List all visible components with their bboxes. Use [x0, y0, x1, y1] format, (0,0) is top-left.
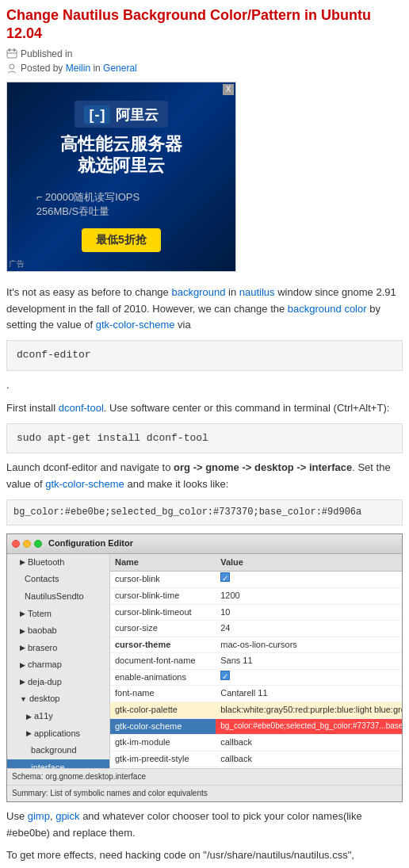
author-link[interactable]: Meilin: [66, 63, 90, 74]
code-block-apt: sudo apt-get install dconf-tool: [6, 423, 403, 454]
sidebar-item-a11y[interactable]: ▶a11y: [7, 708, 109, 725]
sidebar-item-baobab[interactable]: ▶baobab: [7, 622, 109, 640]
install-paragraph: First install dconf-tool. Use software c…: [6, 400, 403, 417]
posted-label: Posted by: [21, 63, 63, 74]
row-name: cursor-theme: [110, 637, 216, 653]
row-value: [216, 572, 402, 588]
dot-paragraph: .: [6, 377, 403, 394]
sidebar-item-nautilussendto[interactable]: NautilusSendto: [7, 588, 109, 606]
triangle-icon: ▶: [20, 625, 25, 637]
row-name: gtk-color-palette: [110, 702, 216, 719]
sidebar-item-contacts[interactable]: Contacts: [7, 571, 109, 588]
ad-cta-button[interactable]: 最低5折抢: [82, 228, 161, 252]
sidebar-item-brasero[interactable]: ▶brasero: [7, 640, 109, 657]
row-value: callback: [216, 735, 402, 751]
sidebar-item-bluetooth[interactable]: ▶Bluetooth: [7, 554, 109, 572]
svg-rect-1: [9, 48, 10, 52]
maximize-traffic-light[interactable]: [34, 540, 42, 548]
para4: Use gimp, gpick and whatever color choos…: [6, 809, 403, 842]
close-traffic-light[interactable]: [12, 540, 20, 548]
row-name: gtk-im-preedit-style: [110, 751, 216, 767]
table-row[interactable]: cursor-size 24: [110, 621, 402, 637]
table-row[interactable]: cursor-blink-timeout 10: [110, 604, 402, 621]
table-row[interactable]: gtk-im-module callback: [110, 735, 402, 751]
row-value: callback: [216, 767, 402, 768]
ad-label: 广告: [9, 258, 25, 270]
advertisement: X [-] 阿里云 高性能云服务器 就选阿里云 ⌐ 20000随机读写IOPS …: [6, 82, 236, 272]
config-editor-title: Configuration Editor: [48, 537, 133, 551]
row-value: [216, 669, 402, 686]
table-row[interactable]: cursor-theme mac-os-lion-cursors: [110, 637, 402, 653]
row-value: 1200: [216, 587, 402, 604]
table-row-highlighted[interactable]: gtk-color-palette black:white:gray50:red…: [110, 702, 402, 719]
checkbox-icon: [220, 671, 230, 680]
config-statusbar-summary: Summary: List of symbolic names and colo…: [7, 785, 402, 801]
row-name: cursor-blink-time: [110, 587, 216, 604]
sidebar-item-desktop[interactable]: ▼desktop: [7, 690, 109, 708]
row-value: 24: [216, 621, 402, 637]
table-row[interactable]: enable-animations: [110, 669, 402, 686]
row-name: cursor-blink-timeout: [110, 604, 216, 621]
table-row[interactable]: gtk-im-preedit-style callback: [110, 751, 402, 767]
sidebar-item-charmap[interactable]: ▶charmap: [7, 656, 109, 674]
table-row-selected[interactable]: gtk-color-scheme bg_color:#ebe0be;select…: [110, 718, 402, 735]
para5: To get more effects, need hacking code o…: [6, 847, 403, 868]
checkbox-icon: [220, 572, 230, 582]
ad-headline1: 高性能云服务器: [60, 134, 182, 155]
row-value-selected: bg_color:#ebe0be;selected_bg_color:#7373…: [216, 718, 402, 735]
sidebar-item-background[interactable]: background: [7, 742, 109, 759]
table-row[interactable]: gtk-im-status-style callback: [110, 767, 402, 768]
summary-label: Summary: List of symbolic names and colo…: [12, 787, 208, 800]
published-label: Published in: [21, 48, 72, 59]
config-statusbar: Schema: org.gnome.desktop.interface: [7, 768, 402, 785]
intro-paragraph: It's not as easy as before to change bac…: [6, 285, 403, 334]
minimize-traffic-light[interactable]: [23, 540, 31, 548]
ad-close-button[interactable]: X: [223, 84, 234, 95]
triangle-icon: ▼: [20, 694, 27, 705]
ad-desc2: 256MB/S吞吐量: [36, 205, 206, 219]
config-body: ▶Bluetooth Contacts NautilusSendto ▶Tote…: [7, 554, 402, 768]
triangle-icon: ▶: [20, 608, 25, 619]
table-row[interactable]: cursor-blink: [110, 572, 402, 588]
posted-meta: Posted by Meilin in General: [0, 61, 409, 75]
row-name: document-font-name: [110, 653, 216, 670]
ad-headline2: 就选阿里云: [78, 155, 165, 176]
table-row[interactable]: font-name Cantarell 11: [110, 686, 402, 702]
row-value: black:white:gray50:red:purple:blue:light…: [216, 702, 402, 719]
svg-point-4: [10, 64, 14, 69]
table-row[interactable]: cursor-blink-time 1200: [110, 587, 402, 604]
row-value: Cantarell 11: [216, 686, 402, 702]
article-body: It's not as easy as before to change bac…: [0, 280, 409, 868]
row-name-selected: gtk-color-scheme: [110, 718, 216, 735]
col-header-name: Name: [110, 554, 216, 572]
ad-desc1: ⌐ 20000随机读写IOPS: [36, 190, 206, 205]
launch-paragraph: Launch dconf-editor and navigate to org …: [6, 460, 403, 493]
row-name: font-name: [110, 686, 216, 702]
schema-label: Schema: org.gnome.desktop.interface: [12, 770, 146, 783]
col-header-value: Value: [216, 554, 402, 572]
row-name: gtk-im-status-style: [110, 767, 216, 768]
row-name: cursor-blink: [110, 572, 216, 588]
row-value: Sans 11: [216, 653, 402, 670]
code-block-dconf: dconf-editor: [6, 340, 403, 371]
sidebar-item-deja-dup[interactable]: ▶deja-dup: [7, 674, 109, 691]
row-name: cursor-size: [110, 621, 216, 637]
sidebar-item-applications[interactable]: ▶applications: [7, 725, 109, 743]
sidebar-item-interface[interactable]: interface: [7, 759, 109, 768]
row-name: gtk-im-module: [110, 735, 216, 751]
triangle-icon: ▶: [26, 711, 32, 722]
category-link[interactable]: General: [103, 63, 137, 74]
color-value: bg_color:#ebe0be;selected_bg_color:#7373…: [6, 499, 403, 526]
svg-rect-2: [13, 48, 15, 52]
triangle-icon: ▶: [20, 556, 25, 568]
triangle-icon: ▶: [20, 660, 25, 671]
sidebar-item-totem[interactable]: ▶Totem: [7, 606, 109, 623]
published-meta: Published in: [0, 47, 409, 61]
config-editor-screenshot: Configuration Editor ▶Bluetooth Contacts…: [6, 533, 403, 802]
row-value: 10: [216, 604, 402, 621]
table-row[interactable]: document-font-name Sans 11: [110, 653, 402, 670]
triangle-icon: ▶: [20, 676, 25, 687]
ad-logo: [-] 阿里云: [75, 101, 167, 128]
user-icon: [6, 63, 17, 74]
triangle-icon: ▶: [26, 728, 32, 739]
